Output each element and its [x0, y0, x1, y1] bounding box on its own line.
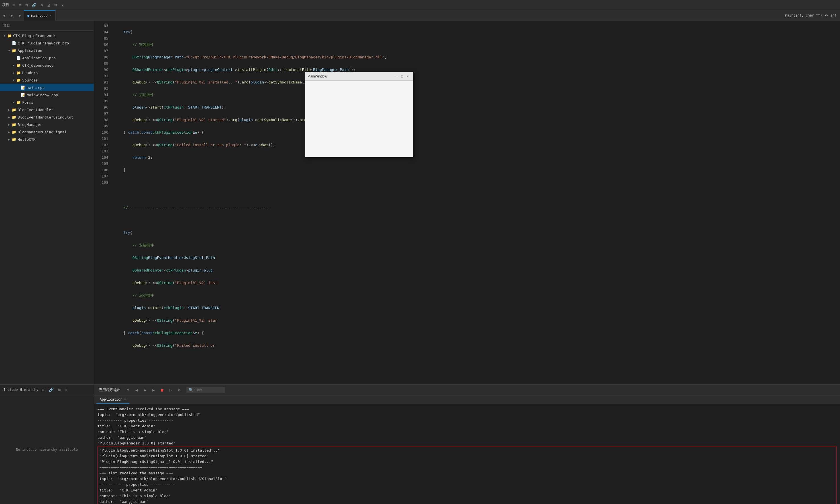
folder-icon-forms: 📁 — [16, 100, 21, 105]
output-btn-prev[interactable]: ◀ — [133, 386, 140, 394]
main-window-title: MainWindow — [307, 74, 393, 78]
title-icon-menu[interactable]: ≡ — [12, 2, 16, 8]
output-btn-run[interactable]: ▶ — [150, 386, 157, 394]
output-line-2: topic: "org/commontk/bloggenerator/publi… — [97, 412, 837, 418]
output-tab-label: Application — [100, 397, 122, 401]
include-icon-4[interactable]: ✕ — [64, 387, 69, 393]
output-line-5: content: "This is a simple blog" — [97, 429, 837, 435]
sidebar-label-blogeventhandlerusingslot: BlogEventHandlerUsingSlot — [18, 115, 73, 119]
include-icon-1[interactable]: ⊕ — [41, 387, 45, 393]
tab-nav-prev[interactable]: ◀ — [0, 10, 8, 20]
output-line-3: ----------- properties ----------- — [97, 418, 837, 424]
output-line-13: === slot received the message === — [100, 470, 835, 476]
filter-icon: 🔍 — [189, 388, 193, 392]
include-icon-3[interactable]: ⊞ — [57, 387, 61, 393]
output-line-12: ========================================… — [100, 465, 835, 470]
arrow-ctk-pro — [7, 41, 12, 45]
sidebar-item-blogeventhandlerusingslot[interactable]: ▶ 📁 BlogEventHandlerUsingSlot — [0, 113, 94, 121]
sidebar-item-app-pro[interactable]: 📄 Application.pro — [0, 54, 94, 61]
sidebar-item-headers[interactable]: ▶ 📁 Headers — [0, 69, 94, 76]
main-window-close-btn[interactable]: ✕ — [405, 73, 411, 79]
arrow-blogmanagerusingsignal: ▶ — [7, 130, 12, 134]
output-content[interactable]: === EventHandler received the message ==… — [94, 404, 840, 504]
folder-icon-sources: 📁 — [16, 77, 21, 83]
arrow-forms: ▶ — [12, 100, 16, 105]
sidebar-label-mainwindow-cpp: mainwindow.cpp — [27, 93, 58, 97]
tab-nav-run[interactable]: ▶ — [16, 10, 24, 20]
sidebar-label-helloctk: HelloCTK — [18, 137, 36, 142]
output-line-9: "Plugin[BlogEventHandlerUsingSlot_1.0.0]… — [100, 448, 835, 453]
sidebar-item-blogmanager[interactable]: ▶ 📁 BlogManager — [0, 121, 94, 128]
arrow-blogeventhandler: ▶ — [7, 107, 12, 112]
title-icon-filter[interactable]: ⊿ — [46, 2, 52, 8]
sidebar-label-ctk-pro: CTK_PluginFramework.pro — [18, 41, 69, 45]
title-icon-link[interactable]: 🔗 — [31, 2, 38, 8]
output-line-14: topic: "org/commontk/bloggenerator/publi… — [100, 476, 835, 482]
output-btn-debug[interactable]: ▷ — [167, 386, 174, 394]
arrow-application: ▼ — [7, 48, 12, 53]
output-line-4: title: "CTK Event Admin" — [97, 424, 837, 429]
include-icon-2[interactable]: 🔗 — [48, 387, 55, 393]
tab-main-cpp[interactable]: ● main.cpp ✕ — [24, 10, 56, 20]
code-editor[interactable]: 83 84 85 86 87 88 89 90 91 92 93 94 95 9… — [94, 20, 840, 384]
sidebar-item-blogeventhandler[interactable]: ▶ 📁 BlogEventHandler — [0, 106, 94, 113]
sidebar-item-sources[interactable]: ▼ 📁 Sources — [0, 76, 94, 84]
output-line-18: author: "wangjichuan" — [100, 499, 835, 504]
tab-nav-next[interactable]: ▶ — [8, 10, 16, 20]
output-tab-close[interactable]: ✕ — [124, 397, 126, 401]
code-content[interactable]: try { // 安装插件 QString BlogManager_Path =… — [111, 20, 840, 384]
sidebar-item-application[interactable]: ▼ 📁 Application — [0, 47, 94, 54]
sidebar-label-blogeventhandler: BlogEventHandler — [18, 108, 53, 112]
sidebar-label-forms: Forms — [22, 100, 33, 105]
sidebar-item-blogmanagerusingsignal[interactable]: ▶ 📁 BlogManagerUsingSignal — [0, 128, 94, 136]
tab-breadcrumb: main(int, char **) -> int — [782, 10, 840, 20]
main-content: 项目 ▼ 📁 CTK_PluginFramework 📄 CTK_PluginF… — [0, 20, 840, 384]
include-hierarchy-content: No include hierarchy available — [0, 395, 94, 504]
filter-input[interactable] — [194, 388, 223, 392]
output-line-6: author: "wangjichuan" — [97, 435, 837, 440]
sidebar-item-ctk-pro[interactable]: 📄 CTK_PluginFramework.pro — [0, 39, 94, 47]
output-btn-next[interactable]: ▶ — [141, 386, 149, 394]
sidebar-item-mainwindow-cpp[interactable]: 📝 mainwindow.cpp — [0, 91, 94, 98]
title-icon-split[interactable]: ⧉ — [53, 2, 58, 8]
editor-area: 83 84 85 86 87 88 89 90 91 92 93 94 95 9… — [94, 20, 840, 384]
output-tab-application[interactable]: Application ✕ — [96, 396, 129, 404]
sidebar-item-ctk-root[interactable]: ▼ 📁 CTK_PluginFramework — [0, 32, 94, 39]
include-hierarchy-panel: Include Hierarchy ⊕ 🔗 ⊞ ✕ No include hie… — [0, 384, 94, 504]
main-window-dialog[interactable]: MainWindow ─ □ ✕ — [305, 72, 413, 157]
tab-file-icon: ● — [28, 14, 29, 18]
tab-close-btn[interactable]: ✕ — [50, 14, 52, 17]
output-toolbar: 应用程序输出 ⚙ ◀ ▶ ▶ ■ ▷ ⚙ 🔍 — [94, 385, 840, 395]
sidebar-item-main-cpp[interactable]: 📝 main.cpp — [0, 84, 94, 91]
title-icon-minus[interactable]: ⊟ — [24, 2, 29, 8]
tab-label: main.cpp — [31, 14, 48, 18]
folder-icon-application: 📁 — [12, 48, 17, 53]
file-icon-ctk-pro: 📄 — [12, 40, 17, 46]
title-icon-grid[interactable]: ⊞ — [18, 2, 22, 8]
sidebar-label-app-pro: Application.pro — [22, 56, 56, 60]
arrow-headers: ▶ — [12, 70, 16, 75]
breadcrumb-text: main(int, char **) -> int — [785, 13, 837, 17]
title-icon-close[interactable]: ✕ — [60, 2, 65, 8]
output-btn-settings[interactable]: ⚙ — [124, 386, 132, 394]
folder-icon-helloctk: 📁 — [12, 137, 17, 142]
sidebar-label-sources: Sources — [22, 78, 38, 82]
sidebar-title: 项目 — [3, 23, 10, 28]
sidebar-item-ctk-dep[interactable]: ▶ 📁 CTK_dependency — [0, 61, 94, 69]
filter-box[interactable]: 🔍 — [186, 387, 225, 393]
main-window-content — [305, 80, 413, 157]
main-window-minimize-btn[interactable]: ─ — [393, 73, 399, 79]
output-highlighted-block: "Plugin[BlogEventHandlerUsingSlot_1.0.0]… — [97, 446, 837, 504]
arrow-blogmanager: ▶ — [7, 122, 12, 127]
title-icon-add[interactable]: ⊕ — [39, 2, 44, 8]
arrow-helloctk: ▶ — [7, 137, 12, 142]
main-window-maximize-btn[interactable]: □ — [399, 73, 405, 79]
output-line-11: "Plugin[BlogManagerUsingSignal_1.0.0] in… — [100, 459, 835, 465]
sidebar-item-helloctk[interactable]: ▶ 📁 HelloCTK — [0, 136, 94, 143]
sidebar-item-forms[interactable]: ▶ 📁 Forms — [0, 98, 94, 106]
output-btn-gear2[interactable]: ⚙ — [176, 386, 183, 394]
output-btn-stop[interactable]: ■ — [158, 386, 166, 394]
arrow-blogeventhandlerusingslot: ▶ — [7, 115, 12, 119]
include-hierarchy-empty-text: No include hierarchy available — [16, 448, 78, 452]
tree-view[interactable]: ▼ 📁 CTK_PluginFramework 📄 CTK_PluginFram… — [0, 31, 94, 384]
